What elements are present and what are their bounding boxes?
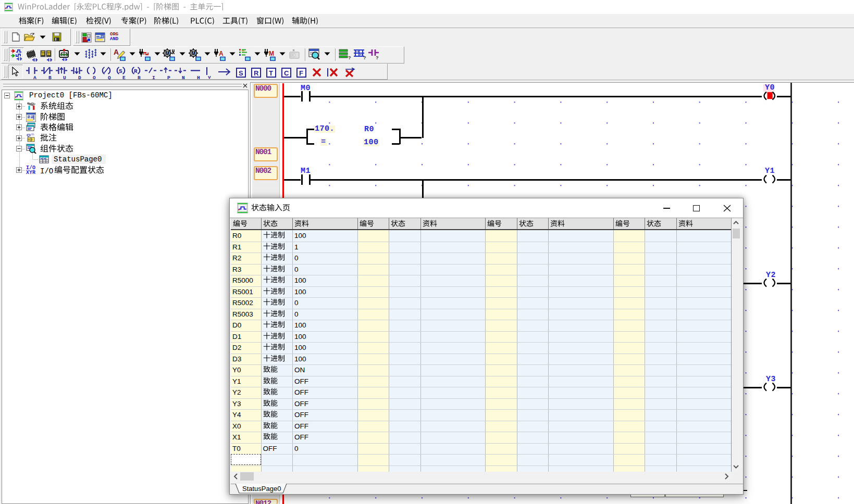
svg-text:C: C	[284, 69, 289, 77]
svg-text:M: M	[191, 51, 195, 56]
svg-text:B: B	[48, 75, 52, 80]
svg-text:?: ?	[363, 55, 366, 60]
svg-text:O: O	[93, 75, 96, 80]
svg-text:R: R	[134, 68, 138, 74]
svg-text:I: I	[152, 75, 155, 80]
svg-text:U: U	[63, 75, 66, 80]
svg-text:T: T	[269, 69, 273, 77]
svg-text:Q: Q	[108, 75, 111, 80]
svg-text:A: A	[114, 48, 119, 56]
svg-text:A: A	[33, 75, 36, 80]
svg-text:?: ?	[376, 55, 379, 60]
svg-text:H: H	[197, 75, 200, 80]
svg-text:P: P	[167, 75, 170, 80]
svg-text:R: R	[254, 69, 259, 77]
svg-text:A: A	[219, 50, 224, 57]
svg-text:?: ?	[348, 55, 351, 60]
svg-text:R: R	[138, 75, 141, 80]
svg-text:S: S	[119, 68, 122, 74]
svg-text:F: F	[299, 69, 303, 77]
svg-text:N: N	[182, 75, 185, 80]
svg-text:v: v	[208, 74, 211, 79]
svg-text:M: M	[269, 50, 274, 57]
svg-text:D: D	[78, 75, 81, 80]
svg-text:E: E	[122, 75, 126, 80]
svg-text:S: S	[239, 69, 243, 77]
svg-text:M: M	[165, 51, 169, 56]
